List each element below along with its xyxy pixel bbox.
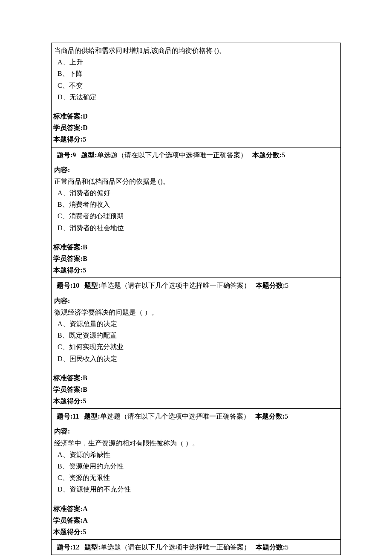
standard-answer-value: A (83, 505, 88, 512)
question-header-11: 题号:11 题型:单选题（请在以下几个选项中选择唯一正确答案） 本题分数:5 (52, 409, 340, 424)
option-c: C、不变 (53, 80, 339, 91)
question-stem: 当商品的供给和需求同时增加后,该商品的均衡价格将 ()。 (53, 45, 339, 56)
question-type-value: 单选题（请在以下几个选项中选择唯一正确答案） (100, 413, 250, 420)
student-answer-value: A (83, 517, 88, 524)
earned-score-line: 本题得分:5 (53, 526, 339, 538)
option-a: A、消费者的偏好 (53, 187, 339, 199)
standard-answer-line: 标准答案:B (53, 241, 339, 253)
option-c: C、如何实现充分就业 (53, 341, 339, 353)
option-a: A、资源的希缺性 (53, 449, 339, 460)
question-block-first: 当商品的供给和需求同时增加后,该商品的均衡价格将 ()。 A、上升 B、下降 C… (52, 43, 340, 147)
earned-score-value: 5 (83, 136, 86, 143)
option-d: D、国民收入的决定 (53, 353, 339, 364)
question-score-value: 5 (285, 413, 288, 420)
option-c: C、资源的无限性 (53, 472, 339, 483)
question-block-9: 内容: 正常商品和低档商品区分的依据是 ()。 A、消费者的偏好 B、消费者的收… (52, 162, 340, 278)
question-type-label: 题型: (84, 282, 100, 289)
standard-answer-label: 标准答案: (53, 374, 83, 382)
student-answer-line: 学员答案:A (53, 515, 339, 526)
content-label: 内容: (53, 164, 339, 176)
option-b: B、既定资源的配置 (53, 330, 339, 341)
standard-answer-label: 标准答案: (53, 505, 83, 512)
student-answer-value: D (83, 124, 88, 131)
standard-answer-line: 标准答案:D (53, 110, 339, 122)
student-answer-value: B (83, 386, 87, 393)
student-answer-label: 学员答案: (53, 386, 83, 393)
option-d: D、消费者的社会地位 (53, 222, 339, 234)
question-type-value: 单选题（请在以下几个选项中选择唯一正确答案） (101, 543, 251, 551)
content-label: 内容: (53, 425, 339, 437)
student-answer-label: 学员答案: (53, 517, 83, 524)
earned-score-label: 本题得分: (53, 136, 83, 143)
student-answer-label: 学员答案: (53, 124, 83, 131)
standard-answer-line: 标准答案:B (53, 372, 339, 384)
earned-score-value: 5 (83, 266, 86, 274)
question-score-value: 5 (285, 543, 288, 551)
question-stem: 正常商品和低档商品区分的依据是 ()。 (53, 176, 339, 187)
question-header-12: 题号:12 题型:单选题（请在以下几个选项中选择唯一正确答案） 本题分数:5 (52, 540, 340, 555)
standard-answer-value: B (83, 374, 87, 382)
standard-answer-value: B (83, 243, 87, 251)
student-answer-value: B (83, 255, 87, 262)
option-d: D、资源使用的不充分性 (53, 483, 339, 495)
question-stem: 经济学中，生产资源的相对有限性被称为（ ）。 (53, 437, 339, 449)
question-no-label: 题号: (57, 282, 72, 289)
question-score-value: 5 (282, 151, 285, 159)
question-header-10: 题号:10 题型:单选题（请在以下几个选项中选择唯一正确答案） 本题分数:5 (52, 278, 340, 293)
earned-score-label: 本题得分: (53, 266, 83, 274)
content-label: 内容: (53, 295, 339, 306)
question-header-9: 题号:9 题型:单选题（请在以下几个选项中选择唯一正确答案） 本题分数:5 (52, 147, 340, 162)
standard-answer-label: 标准答案: (53, 113, 83, 120)
question-type-label: 题型: (81, 151, 97, 159)
option-b: B、下降 (53, 68, 339, 79)
question-no-label: 题号: (57, 413, 72, 420)
question-no-value: 9 (72, 151, 76, 159)
question-score-label: 本题分数: (256, 543, 285, 551)
option-b: B、消费者的收入 (53, 199, 339, 210)
question-block-10: 内容: 微观经济学要解决的问题是（ ）。 A、资源总量的决定 B、既定资源的配置… (52, 293, 340, 409)
question-block-11: 内容: 经济学中，生产资源的相对有限性被称为（ ）。 A、资源的希缺性 B、资源… (52, 424, 340, 540)
student-answer-line: 学员答案:B (53, 384, 339, 395)
question-no-label: 题号: (57, 543, 72, 551)
standard-answer-value: D (83, 113, 88, 120)
earned-score-line: 本题得分:5 (53, 395, 339, 407)
earned-score-label: 本题得分: (53, 528, 83, 535)
standard-answer-label: 标准答案: (53, 243, 83, 251)
question-score-label: 本题分数: (256, 282, 285, 289)
option-c: C、消费者的心理预期 (53, 210, 339, 222)
question-stem: 微观经济学要解决的问题是（ ）。 (53, 306, 339, 318)
question-no-value: 11 (72, 413, 79, 420)
earned-score-line: 本题得分:5 (53, 133, 339, 145)
earned-score-value: 5 (83, 397, 86, 405)
earned-score-line: 本题得分:5 (53, 264, 339, 276)
question-no-label: 题号: (57, 151, 72, 159)
student-answer-line: 学员答案:B (53, 253, 339, 264)
question-type-value: 单选题（请在以下几个选项中选择唯一正确答案） (101, 282, 251, 289)
question-no-value: 12 (72, 543, 79, 551)
student-answer-line: 学员答案:D (53, 122, 339, 133)
option-a: A、资源总量的决定 (53, 318, 339, 330)
question-type-value: 单选题（请在以下几个选项中选择唯一正确答案） (97, 151, 247, 159)
question-no-value: 10 (72, 282, 79, 289)
option-d: D、无法确定 (53, 91, 339, 103)
question-score-value: 5 (285, 282, 288, 289)
question-score-label: 本题分数: (252, 151, 282, 159)
option-a: A、上升 (53, 56, 339, 68)
option-b: B、资源使用的充分性 (53, 460, 339, 472)
question-type-label: 题型: (84, 543, 100, 551)
earned-score-label: 本题得分: (53, 397, 83, 405)
question-score-label: 本题分数: (255, 413, 285, 420)
question-type-label: 题型: (84, 413, 100, 420)
student-answer-label: 学员答案: (53, 255, 83, 262)
earned-score-value: 5 (83, 528, 86, 535)
standard-answer-line: 标准答案:A (53, 503, 339, 515)
